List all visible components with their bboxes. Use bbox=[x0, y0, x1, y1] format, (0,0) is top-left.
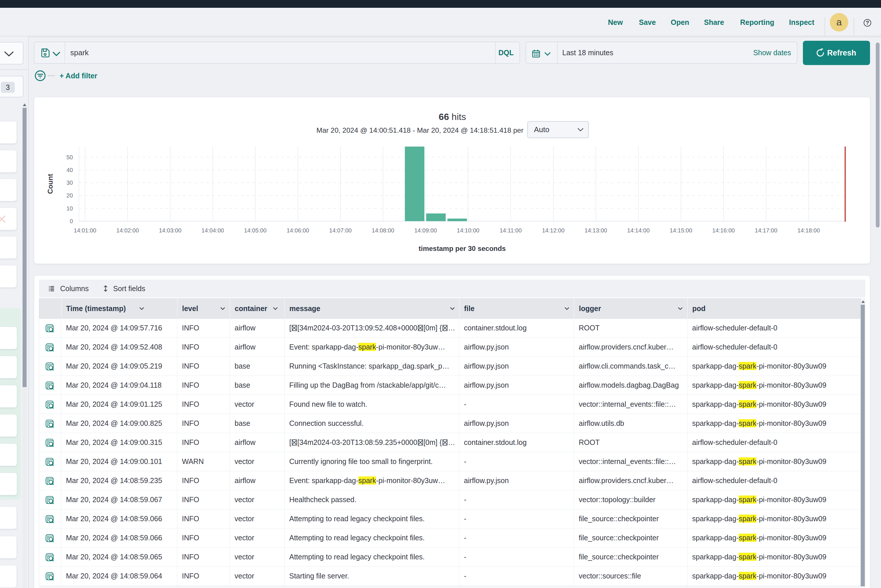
svg-text:14:15:00: 14:15:00 bbox=[670, 227, 692, 234]
svg-text:14:08:00: 14:08:00 bbox=[372, 227, 394, 234]
svg-text:14:09:00: 14:09:00 bbox=[414, 227, 437, 234]
svg-text:40: 40 bbox=[66, 167, 73, 173]
svg-text:14:07:00: 14:07:00 bbox=[329, 227, 352, 234]
svg-text:14:17:00: 14:17:00 bbox=[755, 227, 777, 234]
svg-text:14:12:00: 14:12:00 bbox=[542, 227, 565, 234]
svg-text:14:11:00: 14:11:00 bbox=[500, 227, 522, 234]
svg-text:0: 0 bbox=[70, 218, 73, 224]
svg-text:Count: Count bbox=[46, 174, 54, 194]
svg-text:14:14:00: 14:14:00 bbox=[627, 227, 649, 234]
svg-text:timestamp per 30 seconds: timestamp per 30 seconds bbox=[418, 244, 505, 252]
svg-text:14:16:00: 14:16:00 bbox=[713, 227, 735, 234]
svg-text:14:10:00: 14:10:00 bbox=[457, 227, 480, 234]
svg-text:14:18:00: 14:18:00 bbox=[797, 227, 820, 234]
svg-text:10: 10 bbox=[66, 205, 73, 212]
svg-text:14:02:00: 14:02:00 bbox=[116, 227, 139, 234]
svg-text:20: 20 bbox=[66, 192, 73, 199]
svg-text:50: 50 bbox=[66, 154, 73, 160]
svg-text:14:05:00: 14:05:00 bbox=[244, 227, 267, 234]
svg-text:14:01:00: 14:01:00 bbox=[74, 227, 96, 234]
svg-text:14:06:00: 14:06:00 bbox=[287, 227, 309, 234]
svg-text:14:13:00: 14:13:00 bbox=[585, 227, 607, 234]
svg-text:30: 30 bbox=[66, 180, 73, 186]
svg-text:14:04:00: 14:04:00 bbox=[201, 227, 224, 234]
svg-text:14:03:00: 14:03:00 bbox=[159, 227, 181, 234]
